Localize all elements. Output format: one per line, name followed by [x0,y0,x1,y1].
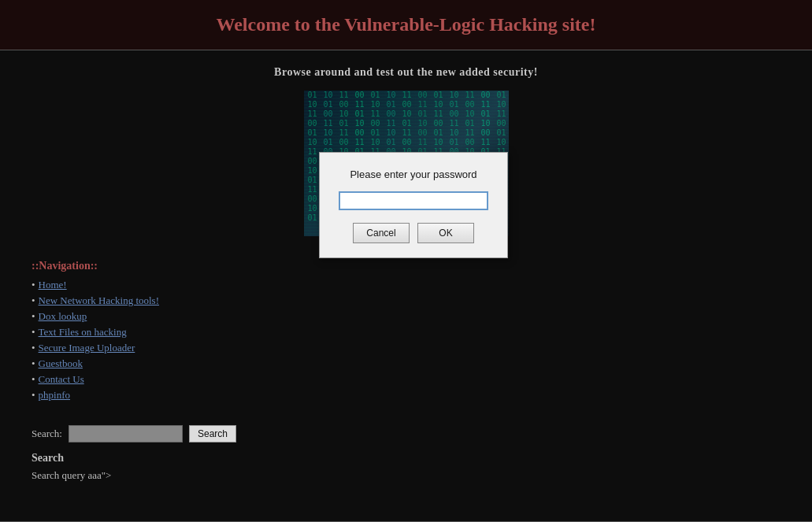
ok-button[interactable]: OK [417,223,474,243]
dialog-buttons: Cancel OK [339,223,488,243]
password-input[interactable] [339,191,488,210]
dialog-prompt: Please enter your password [339,168,488,180]
password-dialog: Please enter your password Cancel OK [319,152,508,258]
dialog-overlay: Please enter your password Cancel OK [0,0,812,522]
cancel-button[interactable]: Cancel [353,223,410,243]
